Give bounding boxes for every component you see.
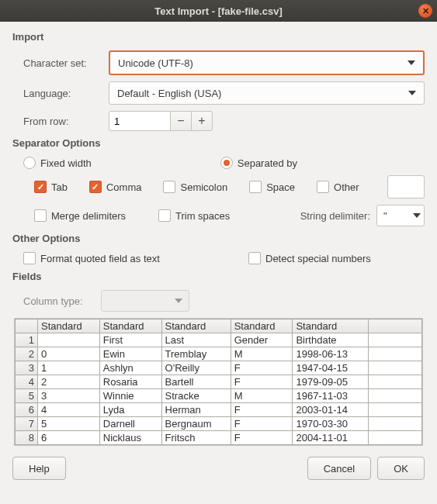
- radio-icon: [220, 157, 233, 169]
- format-quoted-checkbox[interactable]: Format quoted field as text: [23, 252, 248, 264]
- fixed-width-radio[interactable]: Fixed width: [23, 157, 92, 169]
- preview-cell: 2004-11-01: [293, 431, 369, 445]
- help-button[interactable]: Help: [12, 457, 66, 480]
- space-label: Space: [266, 181, 295, 193]
- row-number: 2: [16, 347, 38, 361]
- checkbox-icon: [34, 209, 47, 222]
- preview-cell-empty: [369, 361, 422, 375]
- merge-delimiters-checkbox[interactable]: Merge delimiters: [34, 209, 158, 222]
- string-delimiter-label: String delimiter:: [300, 210, 370, 222]
- charset-dropdown[interactable]: Unicode (UTF-8): [109, 50, 425, 75]
- other-checkbox[interactable]: Other: [317, 181, 359, 193]
- checkbox-icon: [158, 209, 171, 222]
- comma-label: Comma: [106, 181, 142, 193]
- preview-cell: 6: [38, 431, 100, 445]
- preview-cell: F: [231, 361, 293, 375]
- checkbox-icon: [23, 252, 36, 264]
- ok-button[interactable]: OK: [377, 457, 425, 480]
- preview-cell-empty: [369, 333, 422, 347]
- detect-special-label: Detect special numbers: [265, 253, 371, 264]
- col-header[interactable]: Standard: [293, 319, 369, 333]
- space-checkbox[interactable]: Space: [249, 181, 295, 193]
- row-number: 1: [16, 333, 38, 347]
- preview-cell: Bartell: [161, 375, 231, 389]
- col-header[interactable]: Standard: [38, 319, 100, 333]
- column-type-label: Column type:: [23, 295, 101, 307]
- fromrow-increment[interactable]: +: [191, 111, 213, 131]
- preview-cell: Stracke: [161, 389, 231, 403]
- preview-cell: Darnell: [99, 417, 161, 431]
- checkbox-icon: [89, 181, 102, 193]
- radio-icon: [23, 157, 36, 169]
- preview-cell-empty: [369, 347, 422, 361]
- preview-cell: 3: [38, 389, 100, 403]
- fixed-width-label: Fixed width: [40, 157, 92, 169]
- separator-heading: Separator Options: [12, 137, 425, 149]
- preview-cell: 5: [38, 417, 100, 431]
- detect-special-checkbox[interactable]: Detect special numbers: [248, 252, 371, 264]
- preview-cell: F: [231, 375, 293, 389]
- import-heading: Import: [12, 31, 425, 43]
- preview-cell: Last: [161, 333, 231, 347]
- preview-cell: 1970-03-30: [293, 417, 369, 431]
- tab-checkbox[interactable]: Tab: [34, 181, 68, 193]
- row-number: 7: [16, 417, 38, 431]
- close-icon[interactable]: ✕: [418, 4, 432, 18]
- tab-label: Tab: [51, 181, 68, 193]
- other-options-heading: Other Options: [12, 233, 425, 244]
- row-number: 3: [16, 361, 38, 375]
- preview-cell: Nicklaus: [99, 431, 161, 445]
- language-dropdown[interactable]: Default - English (USA): [109, 81, 425, 105]
- language-value: Default - English (USA): [117, 88, 221, 99]
- preview-cell: 1967-11-03: [293, 389, 369, 403]
- chevron-down-icon: [408, 91, 416, 95]
- column-type-dropdown[interactable]: [101, 290, 189, 312]
- preview-cell: Bergnaum: [161, 417, 231, 431]
- preview-table[interactable]: Standard Standard Standard Standard Stan…: [14, 318, 423, 446]
- string-delimiter-combo[interactable]: ": [376, 205, 425, 226]
- separated-by-radio[interactable]: Separated by: [220, 157, 297, 169]
- preview-cell: Ashlyn: [99, 361, 161, 375]
- cancel-button[interactable]: Cancel: [307, 457, 371, 480]
- fields-heading: Fields: [12, 271, 425, 282]
- preview-cell-empty: [369, 375, 422, 389]
- preview-cell: 2003-01-14: [293, 403, 369, 417]
- preview-cell: M: [231, 347, 293, 361]
- chevron-down-icon: [408, 60, 415, 65]
- string-delimiter-value: ": [383, 210, 387, 222]
- other-separator-input[interactable]: [387, 175, 425, 198]
- preview-cell: F: [231, 431, 293, 445]
- row-number: 5: [16, 389, 38, 403]
- preview-cell: Tremblay: [161, 347, 231, 361]
- preview-cell: Ewin: [99, 347, 161, 361]
- other-label: Other: [334, 181, 359, 193]
- row-number: 6: [16, 403, 38, 417]
- preview-cell: Winnie: [99, 389, 161, 403]
- charset-label: Character set:: [23, 57, 109, 69]
- semicolon-label: Semicolon: [180, 181, 227, 193]
- window-title: Text Import - [fake-file.csv]: [154, 5, 282, 17]
- chevron-down-icon: [413, 213, 421, 218]
- trim-spaces-checkbox[interactable]: Trim spaces: [158, 209, 251, 222]
- fromrow-decrement[interactable]: −: [170, 111, 192, 131]
- col-header[interactable]: Standard: [161, 319, 231, 333]
- preview-cell: 1998-06-13: [293, 347, 369, 361]
- titlebar: Text Import - [fake-file.csv] ✕: [0, 0, 437, 22]
- preview-cell: Herman: [161, 403, 231, 417]
- fromrow-spinner[interactable]: − +: [109, 111, 213, 131]
- col-header[interactable]: Standard: [231, 319, 293, 333]
- preview-cell: Rosaria: [99, 375, 161, 389]
- preview-cell: Fritsch: [161, 431, 231, 445]
- preview-cell: Lyda: [99, 403, 161, 417]
- fromrow-input[interactable]: [109, 111, 171, 131]
- preview-cell: M: [231, 389, 293, 403]
- comma-checkbox[interactable]: Comma: [89, 181, 142, 193]
- col-header[interactable]: Standard: [99, 319, 161, 333]
- checkbox-icon: [248, 252, 261, 264]
- semicolon-checkbox[interactable]: Semicolon: [163, 181, 227, 193]
- preview-cell: 0: [38, 347, 100, 361]
- preview-cell: First: [99, 333, 161, 347]
- checkbox-icon: [34, 181, 47, 193]
- row-number: 4: [16, 375, 38, 389]
- preview-cell-empty: [369, 403, 422, 417]
